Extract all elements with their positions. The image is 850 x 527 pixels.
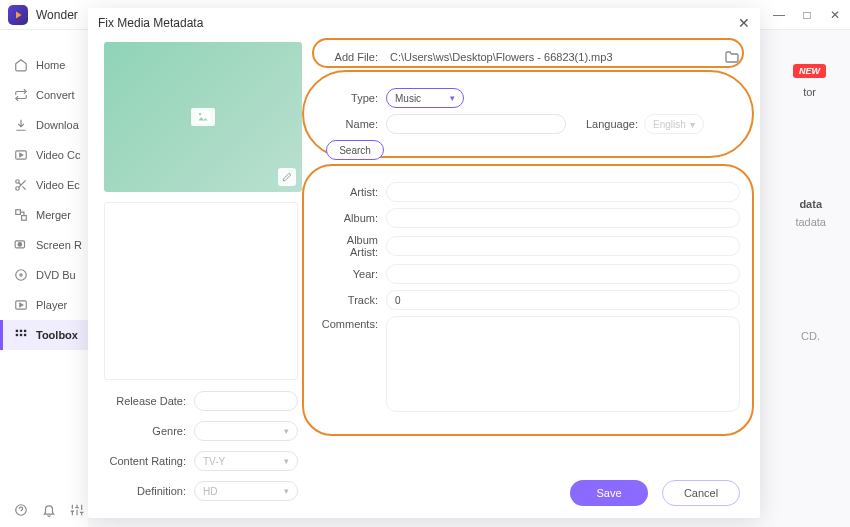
sidebar-item-label: Merger: [36, 209, 71, 221]
bg-text: CD.: [801, 330, 820, 342]
bg-text: data: [799, 198, 822, 210]
add-file-label: Add File:: [318, 51, 386, 63]
definition-select[interactable]: HD▾: [194, 481, 298, 501]
svg-rect-12: [24, 330, 26, 332]
chevron-down-icon: ▾: [690, 119, 695, 130]
name-input[interactable]: [386, 114, 566, 134]
chevron-down-icon: ▾: [284, 486, 289, 496]
sidebar-item-label: Screen R: [36, 239, 82, 251]
modal-header: Fix Media Metadata ✕: [88, 8, 760, 38]
comments-input[interactable]: [386, 316, 740, 412]
content-rating-label: Content Rating:: [104, 455, 194, 467]
help-icon[interactable]: [14, 503, 28, 517]
bg-text: tor: [803, 86, 816, 98]
folder-icon[interactable]: [724, 50, 740, 64]
sidebar-item-label: Player: [36, 299, 67, 311]
new-badge: NEW: [793, 64, 826, 78]
svg-rect-11: [20, 330, 22, 332]
search-button[interactable]: Search: [326, 140, 384, 160]
sidebar-item-video-editor[interactable]: Video Ec: [0, 170, 88, 200]
cover-thumbnail: [104, 42, 302, 192]
compress-icon: [14, 148, 28, 162]
sidebar: Home Convert Downloa Video Cc Video Ec M…: [0, 30, 88, 527]
svg-point-7: [16, 270, 27, 281]
sidebar-item-label: Video Cc: [36, 149, 80, 161]
edit-cover-button[interactable]: [278, 168, 296, 186]
sidebar-item-screen-recorder[interactable]: Screen R: [0, 230, 88, 260]
sidebar-item-label: Downloa: [36, 119, 79, 131]
genre-select[interactable]: ▾: [194, 421, 298, 441]
sidebar-item-converter[interactable]: Convert: [0, 80, 88, 110]
scissors-icon: [14, 178, 28, 192]
svg-point-6: [18, 243, 22, 247]
language-select[interactable]: English ▾: [644, 114, 704, 134]
svg-rect-14: [20, 334, 22, 336]
sidebar-item-label: Convert: [36, 89, 75, 101]
image-placeholder-icon: [191, 108, 215, 126]
sidebar-item-label: Toolbox: [36, 329, 78, 341]
svg-point-18: [199, 113, 201, 115]
chevron-down-icon: ▾: [450, 93, 455, 103]
cancel-button[interactable]: Cancel: [662, 480, 740, 506]
sidebar-item-player[interactable]: Player: [0, 290, 88, 320]
bell-icon[interactable]: [42, 503, 56, 517]
left-panel: Release Date: Genre: ▾ Content Rating: T…: [88, 38, 308, 518]
release-date-input[interactable]: [194, 391, 298, 411]
chevron-down-icon: ▾: [284, 456, 289, 466]
nav-list: Home Convert Downloa Video Cc Video Ec M…: [0, 30, 88, 493]
svg-rect-13: [16, 334, 18, 336]
sidebar-item-merger[interactable]: Merger: [0, 200, 88, 230]
comments-label: Comments:: [318, 316, 386, 330]
type-select[interactable]: Music ▾: [386, 88, 464, 108]
disc-icon: [14, 268, 28, 282]
home-icon: [14, 58, 28, 72]
chevron-down-icon: ▾: [284, 426, 289, 436]
merge-icon: [14, 208, 28, 222]
save-button[interactable]: Save: [570, 480, 648, 506]
year-input[interactable]: [386, 264, 740, 284]
album-input[interactable]: [386, 208, 740, 228]
album-label: Album:: [318, 212, 386, 224]
play-icon: [14, 298, 28, 312]
artist-input[interactable]: [386, 182, 740, 202]
maximize-button[interactable]: □: [800, 8, 814, 22]
svg-point-2: [16, 187, 20, 191]
app-icon: [8, 5, 28, 25]
release-date-label: Release Date:: [104, 395, 194, 407]
type-label: Type:: [318, 92, 386, 104]
bg-text: tadata: [795, 216, 826, 228]
track-label: Track:: [318, 294, 386, 306]
svg-rect-10: [16, 330, 18, 332]
sidebar-item-downloader[interactable]: Downloa: [0, 110, 88, 140]
name-label: Name:: [318, 118, 386, 130]
minimize-button[interactable]: —: [772, 8, 786, 22]
svg-rect-4: [22, 216, 27, 221]
sidebar-item-home[interactable]: Home: [0, 50, 88, 80]
definition-label: Definition:: [104, 485, 194, 497]
close-window-button[interactable]: ✕: [828, 8, 842, 22]
toolbox-icon: [14, 328, 28, 342]
svg-rect-17: [196, 111, 210, 123]
sidebar-item-video-compressor[interactable]: Video Cc: [0, 140, 88, 170]
settings-icon[interactable]: [70, 503, 84, 517]
sidebar-item-dvd-burner[interactable]: DVD Bu: [0, 260, 88, 290]
sidebar-footer: [0, 493, 88, 527]
app-name: Wonder: [36, 8, 78, 22]
genre-label: Genre:: [104, 425, 194, 437]
download-icon: [14, 118, 28, 132]
file-path-text: C:\Users\ws\Desktop\Flowers - 66823(1).m…: [386, 51, 724, 63]
convert-icon: [14, 88, 28, 102]
results-list[interactable]: [104, 202, 298, 380]
album-artist-input[interactable]: [386, 236, 740, 256]
artist-label: Artist:: [318, 186, 386, 198]
close-icon[interactable]: ✕: [738, 15, 750, 31]
modal-title: Fix Media Metadata: [98, 16, 203, 30]
svg-rect-3: [16, 210, 21, 215]
right-panel: Add File: C:\Users\ws\Desktop\Flowers - …: [308, 38, 760, 518]
content-rating-select[interactable]: TV-Y▾: [194, 451, 298, 471]
track-input[interactable]: [386, 290, 740, 310]
sidebar-item-toolbox[interactable]: Toolbox: [0, 320, 88, 350]
album-artist-label: Album Artist:: [318, 234, 386, 258]
language-label: Language:: [586, 118, 638, 130]
sidebar-item-label: DVD Bu: [36, 269, 76, 281]
